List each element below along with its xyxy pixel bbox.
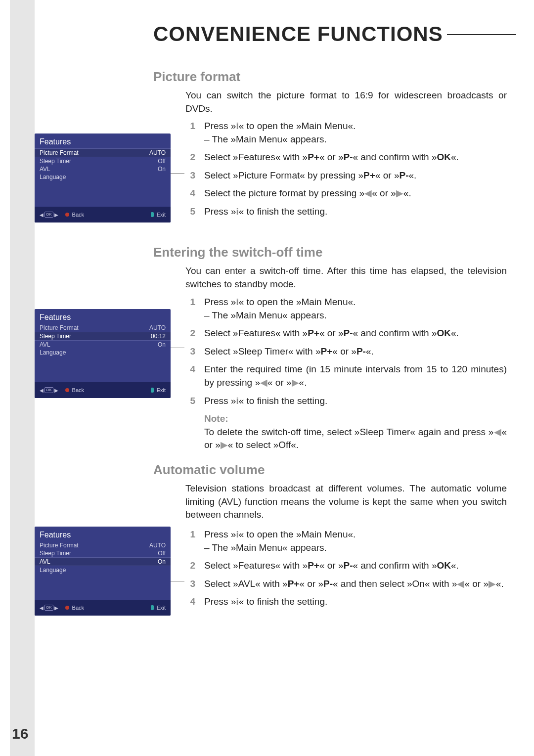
steps-avl: 1 Press »i« to open the »Main Menu«.– Th… <box>185 528 507 614</box>
osd-features-1: Features Picture FormatAUTO Sleep TimerO… <box>35 133 171 222</box>
heading-avl: Automatic volume <box>153 462 265 478</box>
intro-picture-format: You can switch the picture format to 16:… <box>185 89 507 115</box>
steps-picture-format: 1 Press »i« to open the »Main Menu«.– Th… <box>185 120 507 223</box>
heading-switch-off: Entering the switch-off time <box>153 245 322 260</box>
teal-dot-icon <box>151 212 154 217</box>
osd-row-avl: AVLOn <box>35 165 171 173</box>
page-number: 16 <box>12 725 28 742</box>
note-label: Note: <box>204 412 507 426</box>
osd-row-language: Language <box>35 173 171 181</box>
osd-features-2: Features Picture FormatAUTO Sleep Timer0… <box>35 309 171 398</box>
osd-row-sleep: Sleep TimerOff <box>35 157 171 165</box>
osd-row-avl-hl: AVLOn <box>35 557 171 566</box>
intro-avl: Television stations broadcast at differe… <box>185 482 507 522</box>
osd-title: Features <box>35 133 171 148</box>
heading-picture-format: Picture format <box>153 69 240 85</box>
page-title: CONVENIENCE FUNCTIONS <box>153 22 507 46</box>
steps-switch-off: 1 Press »i« to open the »Main Menu«.– Th… <box>185 296 507 452</box>
intro-switch-off: You can enter a switch-off time. After t… <box>185 265 507 291</box>
osd-row-picture-format: Picture FormatAUTO <box>35 148 171 157</box>
title-text: CONVENIENCE FUNCTIONS <box>153 22 443 45</box>
osd-features-3: Features Picture FormatAUTO Sleep TimerO… <box>35 527 171 616</box>
osd-footer: ◀OK▶ Back Exit <box>35 207 171 222</box>
red-dot-icon <box>65 213 69 217</box>
osd-row-sleep-hl: Sleep Timer00:12 <box>35 332 171 341</box>
note-text: To delete the switch-off time, select »S… <box>204 426 507 452</box>
margin-strip <box>10 0 35 756</box>
